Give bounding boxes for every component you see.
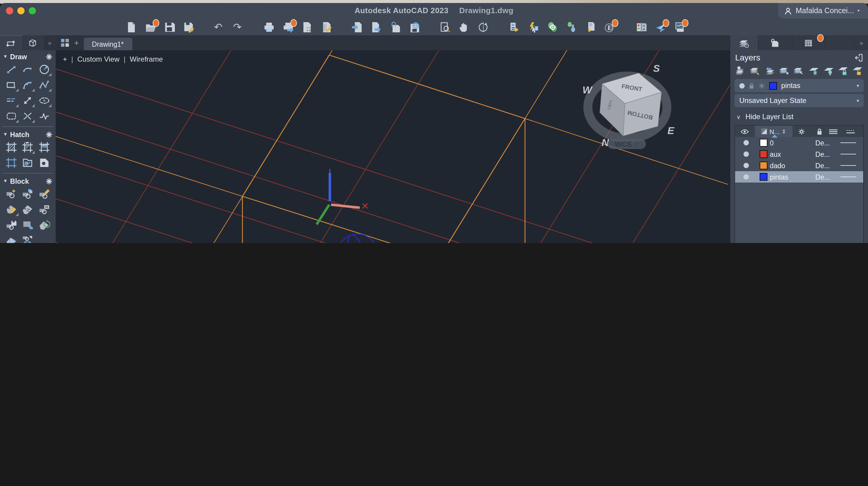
group-button[interactable]: [547, 21, 558, 33]
save-as-button[interactable]: [183, 21, 195, 33]
match-layer-icon[interactable]: [750, 65, 762, 76]
layer-on-icon[interactable]: [743, 152, 748, 157]
replace-block-tool[interactable]: [21, 234, 35, 243]
page-setup-button[interactable]: [302, 21, 313, 33]
attach-button[interactable]: [390, 21, 401, 33]
layer-previous-icon[interactable]: [764, 65, 776, 76]
edit-attribute-tool[interactable]: [4, 203, 19, 216]
gear-icon[interactable]: [45, 131, 53, 138]
redo-button[interactable]: ↷: [232, 21, 243, 33]
wcs-selector[interactable]: WCS▽: [608, 139, 646, 149]
share-button[interactable]: [655, 21, 666, 33]
line-tool[interactable]: [4, 63, 19, 76]
spline-tool[interactable]: [37, 78, 52, 92]
polyline-arc-tool[interactable]: [21, 78, 35, 92]
orbit-button[interactable]: [477, 21, 489, 33]
edit-block-tool[interactable]: [37, 187, 52, 200]
pan-button[interactable]: [458, 21, 470, 33]
new-file-button[interactable]: [126, 21, 137, 33]
measure-tool[interactable]: [21, 94, 35, 107]
ucs-icon[interactable]: [317, 169, 368, 224]
layer-linetype-sample[interactable]: [840, 142, 856, 143]
gear-icon[interactable]: [45, 53, 53, 60]
view-control[interactable]: Custom View: [77, 55, 120, 63]
palette-more-tabs-button[interactable]: »: [854, 35, 868, 50]
multiline-tool[interactable]: [4, 94, 19, 107]
column-lock[interactable]: [811, 128, 829, 135]
attribute-display-tool[interactable]: [4, 234, 19, 243]
save-button[interactable]: [164, 21, 176, 33]
layer-linetype-sample[interactable]: [840, 154, 856, 155]
layer-on-icon[interactable]: [743, 174, 748, 180]
drawing-tab[interactable]: Drawing1*: [84, 38, 132, 50]
point-tool[interactable]: [21, 109, 35, 123]
ellipse-tool[interactable]: [37, 94, 52, 107]
batch-plot-button[interactable]: [283, 21, 294, 33]
quick-select-button[interactable]: [527, 21, 539, 33]
collapse-icon[interactable]: ▼: [3, 179, 8, 184]
layer-lineweight[interactable]: De...: [815, 162, 840, 169]
print-button[interactable]: [264, 21, 275, 33]
count-button[interactable]: [604, 21, 615, 33]
tab-2d-tools[interactable]: [0, 35, 22, 50]
hide-layer-list-toggle[interactable]: ∨ Hide Layer List: [730, 109, 868, 123]
layer-row-0[interactable]: 0 De...: [735, 137, 863, 149]
column-linetype[interactable]: [838, 128, 863, 134]
rectangle-tool[interactable]: [4, 78, 19, 92]
make-current-layer-icon[interactable]: [735, 65, 747, 76]
current-layer-dropdown[interactable]: pintas ▾: [735, 79, 864, 92]
write-block-tool[interactable]: [4, 219, 19, 232]
layer-off-icon[interactable]: [822, 65, 834, 76]
layer-lineweight[interactable]: De...: [815, 173, 840, 181]
visual-style-control[interactable]: Wireframe: [130, 55, 163, 63]
performance-analyzer-button[interactable]: [674, 21, 685, 33]
layer-freeze-icon[interactable]: [808, 65, 820, 76]
circle-tool[interactable]: [37, 63, 52, 76]
plot-style-edit-button[interactable]: [321, 21, 332, 33]
drawing-compare-button[interactable]: [636, 21, 647, 33]
dock-more-tabs-button[interactable]: »: [44, 35, 56, 50]
wipeout-tool[interactable]: [37, 156, 52, 169]
collapse-icon[interactable]: ▼: [3, 54, 8, 59]
layer-unlock-icon[interactable]: [851, 65, 863, 76]
model-space-canvas[interactable]: W S E N FRONT BOTTOM LEFT: [56, 50, 730, 243]
create-block-tool[interactable]: [21, 187, 35, 200]
layer-row-aux[interactable]: aux De...: [735, 149, 863, 160]
import-button[interactable]: [351, 21, 363, 33]
layer-color-swatch[interactable]: [759, 150, 767, 158]
layer-isolate-icon[interactable]: [779, 65, 791, 76]
file-tabs-menu-icon[interactable]: [60, 38, 69, 47]
ungroup-button[interactable]: [566, 21, 577, 33]
tab-3d-tools[interactable]: [22, 35, 44, 50]
layer-row-dado[interactable]: dado De...: [735, 160, 863, 171]
layer-on-icon[interactable]: [743, 163, 748, 168]
layer-row-pintas[interactable]: pintas De...: [735, 171, 863, 183]
user-account-button[interactable]: Mafalda Concei... ▾: [778, 3, 868, 19]
layer-lock-icon[interactable]: [837, 65, 849, 76]
column-freeze[interactable]: [792, 128, 811, 135]
superhatch-tool[interactable]: [21, 156, 35, 169]
boundary-tool[interactable]: [4, 156, 19, 169]
column-name-sort[interactable]: N... ⇕: [755, 126, 792, 137]
gear-icon[interactable]: [45, 177, 53, 185]
attribute-manager-tool[interactable]: [37, 203, 52, 216]
undo-button[interactable]: ↶: [213, 21, 224, 33]
viewcube[interactable]: W S E N FRONT BOTTOM LEFT: [582, 63, 675, 148]
new-drawing-tab-button[interactable]: +: [74, 38, 79, 47]
sync-attributes-tool[interactable]: [37, 219, 52, 232]
open-file-button[interactable]: [145, 21, 156, 33]
hatch-tool[interactable]: [4, 141, 19, 154]
collapse-icon[interactable]: ▼: [3, 132, 8, 137]
freehand-sketch-tool[interactable]: [37, 109, 52, 123]
viewport-menu-button[interactable]: +: [63, 55, 67, 63]
arc-tool[interactable]: [21, 63, 35, 76]
layer-linetype-sample[interactable]: [840, 176, 856, 177]
insert-block-tool[interactable]: [4, 187, 19, 200]
layer-linetype-sample[interactable]: [840, 165, 856, 166]
purge-button[interactable]: [585, 21, 596, 33]
set-base-point-tool[interactable]: [21, 219, 35, 232]
attribute-tag-tool[interactable]: [21, 203, 35, 216]
tab-sheet-set[interactable]: [792, 35, 825, 50]
layer-unisolate-icon[interactable]: [793, 65, 805, 76]
layer-color-swatch[interactable]: [759, 173, 767, 181]
